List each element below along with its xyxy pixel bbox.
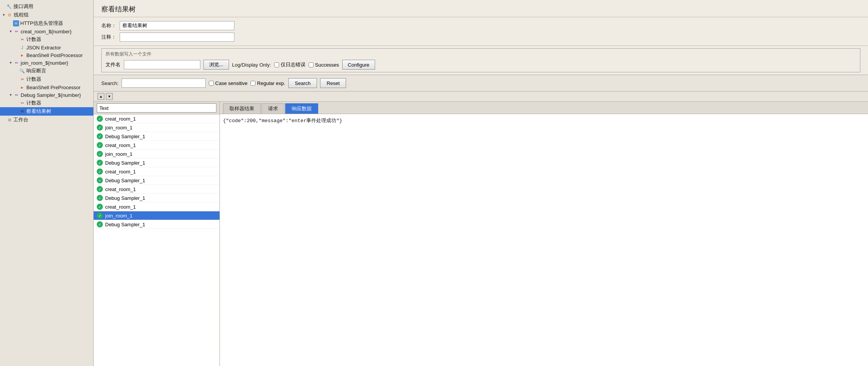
browse-button[interactable]: 浏览...	[203, 60, 229, 70]
list-item[interactable]: ✓join_room_1	[94, 150, 219, 158]
sidebar-item-thread-group[interactable]: ▼⚙线程组	[0, 11, 93, 19]
file-section: 所有数据写入一个文件 文件名 浏览... Log/Display Only: 仅…	[101, 48, 860, 72]
list-item[interactable]: ✓creat_room_1	[94, 203, 219, 211]
file-row: 文件名 浏览... Log/Display Only: 仅日志错误 Succes…	[106, 60, 856, 70]
list-item[interactable]: ✓creat_room_1	[94, 114, 219, 123]
results-toolbar: ▲ ▼	[94, 92, 868, 102]
log-errors-label: 仅日志错误	[281, 61, 306, 68]
sidebar-item-debug-sampler[interactable]: ▼✏Debug Sampler_${number}	[0, 91, 93, 99]
file-label: 文件名	[106, 61, 121, 68]
sidebar-label-workbench: 工作台	[13, 116, 28, 123]
log-errors-checkbox[interactable]	[274, 62, 279, 67]
sidebar-item-creat-room[interactable]: ▼✏creat_room_${number}	[0, 28, 93, 35]
tab-response-data[interactable]: 响应数据	[285, 103, 318, 114]
list-item[interactable]: ✓join_room_1	[94, 123, 219, 132]
tab-request[interactable]: 请求	[262, 103, 284, 114]
sidebar-label-http-header: HTTP信息头管理器	[20, 20, 63, 27]
list-item[interactable]: ✓join_room_1	[94, 211, 219, 220]
search-button[interactable]: Search	[288, 78, 317, 88]
log-success-group: Successes	[309, 62, 339, 68]
sidebar-item-json-extractor[interactable]: JJSON Extractor	[0, 44, 93, 51]
toggle-join-room[interactable]: ▼	[8, 60, 13, 65]
sidebar-item-beanshell-post[interactable]: ►BeanShell PostProcessor	[0, 51, 93, 59]
regex-checkbox[interactable]	[250, 81, 255, 86]
item-label: Debug Sampler_1	[105, 178, 145, 183]
sidebar-item-beanshell-pre[interactable]: ►BeanShell PreProcessor	[0, 83, 93, 91]
item-label: Debug Sampler_1	[105, 222, 145, 227]
item-label: creat_room_1	[105, 142, 136, 148]
configure-button[interactable]: Configure	[342, 60, 375, 70]
log-label: Log/Display Only:	[232, 62, 271, 68]
sidebar-label-counter-3: 计数器	[26, 100, 41, 106]
file-section-title: 所有数据写入一个文件	[106, 51, 856, 57]
list-item[interactable]: ✓Debug Sampler_1	[94, 220, 219, 229]
list-item[interactable]: ✓creat_room_1	[94, 167, 219, 176]
status-icon: ✓	[97, 124, 103, 131]
name-input[interactable]	[120, 21, 234, 30]
results-content: TextRegExp TesterCSS/JQueryJSON Path Tes…	[94, 102, 868, 366]
toggle-creat-room[interactable]: ▼	[8, 29, 13, 34]
log-success-checkbox[interactable]	[309, 62, 314, 67]
response-text: {"code":200,"message":"enter事件处理成功"}	[223, 118, 342, 124]
file-input[interactable]	[124, 60, 200, 69]
type-dropdown[interactable]: TextRegExp TesterCSS/JQueryJSON Path Tes…	[97, 103, 216, 113]
search-label: Search:	[101, 80, 119, 86]
list-item[interactable]: ✓Debug Sampler_1	[94, 132, 219, 141]
toggle-debug-sampler[interactable]: ▼	[8, 93, 13, 97]
icon-eye: 👁	[19, 108, 25, 114]
sidebar-label-debug-sampler: Debug Sampler_${number}	[21, 92, 81, 98]
icon-wrench: 🔧	[6, 3, 12, 10]
sidebar-item-result-tree[interactable]: 👁察看结果树	[0, 107, 93, 116]
sidebar-label-api-call: 接口调用	[13, 3, 33, 10]
reset-button[interactable]: Reset	[320, 78, 346, 88]
panel-title: 察看结果树	[94, 0, 868, 17]
sidebar-label-assert: 响应断言	[26, 67, 46, 74]
search-input[interactable]	[122, 78, 206, 88]
list-item[interactable]: ✓Debug Sampler_1	[94, 176, 219, 185]
regex-group: Regular exp.	[250, 80, 285, 86]
comment-input[interactable]	[120, 33, 234, 42]
toggle-thread-group[interactable]: ▼	[2, 13, 6, 17]
sidebar-label-result-tree: 察看结果树	[26, 108, 51, 115]
sidebar-item-counter-2[interactable]: ✂计数器	[0, 75, 93, 83]
comment-row: 注释：	[101, 33, 860, 42]
list-item[interactable]: ✓creat_room_1	[94, 141, 219, 150]
sidebar-label-beanshell-post: BeanShell PostProcessor	[26, 52, 83, 58]
status-icon: ✓	[97, 212, 103, 219]
sidebar-item-api-call[interactable]: 🔧接口调用	[0, 2, 93, 11]
scroll-down-button[interactable]: ▼	[106, 93, 113, 100]
item-label: creat_room_1	[105, 169, 136, 175]
icon-http: H	[13, 20, 19, 26]
scroll-up-button[interactable]: ▲	[98, 93, 104, 100]
status-icon: ✓	[97, 142, 103, 148]
item-label: join_room_1	[105, 213, 133, 219]
sidebar-item-http-header[interactable]: HHTTP信息头管理器	[0, 19, 93, 28]
sidebar-item-counter-3[interactable]: ✂计数器	[0, 99, 93, 107]
list-item[interactable]: ✓creat_room_1	[94, 185, 219, 194]
icon-gear: ⚙	[7, 12, 13, 18]
log-success-label: Successes	[315, 62, 339, 68]
sidebar-item-join-room[interactable]: ▼✏join_room_${number}	[0, 59, 93, 67]
sidebar-item-counter-1[interactable]: ✂计数器	[0, 35, 93, 44]
icon-script: ✏	[13, 28, 20, 34]
tab-sampler-result[interactable]: 取样器结果	[223, 103, 261, 114]
icon-script: ✏	[13, 92, 20, 98]
status-icon: ✓	[97, 177, 103, 183]
detail-tabs: 取样器结果请求响应数据	[220, 102, 868, 114]
status-icon: ✓	[97, 195, 103, 201]
item-label: Debug Sampler_1	[105, 134, 145, 139]
list-item[interactable]: ✓Debug Sampler_1	[94, 158, 219, 167]
item-label: creat_room_1	[105, 204, 136, 210]
list-panel: TextRegExp TesterCSS/JQueryJSON Path Tes…	[94, 102, 220, 366]
icon-json: J	[19, 44, 25, 51]
sidebar-item-assert[interactable]: 🔍响应断言	[0, 67, 93, 75]
list-item[interactable]: ✓Debug Sampler_1	[94, 194, 219, 203]
item-label: Debug Sampler_1	[105, 160, 145, 166]
status-icon: ✓	[97, 133, 103, 139]
name-label: 名称：	[101, 22, 117, 29]
sidebar-item-workbench[interactable]: 🖥工作台	[0, 116, 93, 124]
sidebar-label-beanshell-pre: BeanShell PreProcessor	[26, 85, 81, 90]
case-sensitive-checkbox[interactable]	[209, 81, 214, 86]
detail-panel: 取样器结果请求响应数据 {"code":200,"message":"enter…	[220, 102, 868, 366]
list-items: ✓creat_room_1✓join_room_1✓Debug Sampler_…	[94, 114, 219, 366]
